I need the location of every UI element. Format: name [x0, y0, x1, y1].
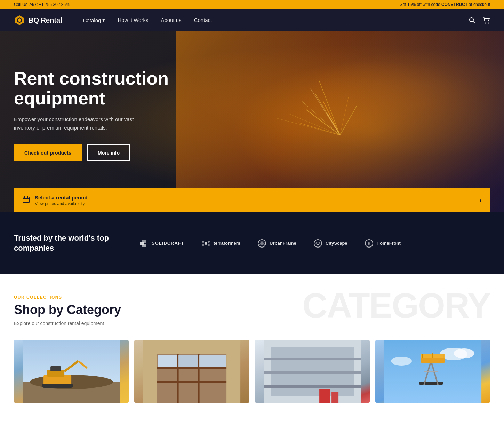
svg-rect-43 [50, 366, 61, 371]
hero-title: Rent construction equipment [14, 69, 188, 108]
nav-link-how-it-works[interactable]: How it Works [118, 17, 148, 23]
svg-line-11 [289, 114, 340, 135]
nav-icons [469, 17, 490, 24]
main-nav: BQ Rental Catalog ▾ How it Works About u… [0, 9, 504, 31]
scaffolding-image [255, 340, 370, 403]
search-icon [469, 17, 475, 24]
excavator-image [14, 340, 129, 403]
svg-rect-55 [199, 355, 226, 367]
svg-point-6 [488, 23, 489, 24]
nav-links: Catalog ▾ How it Works About us Contact [83, 17, 469, 23]
trust-section: Trusted by the world's top companies SOL… [0, 212, 504, 274]
framing-image [134, 340, 249, 403]
collections-section: OUR COLLECTIONS Shop by Category Explore… [0, 274, 504, 417]
sparks-svg [225, 68, 455, 194]
trust-logos: SOLIDCRAFT terraformers [139, 238, 401, 248]
trust-logo-cityscape: CityScape [313, 238, 347, 248]
svg-rect-60 [264, 385, 361, 388]
svg-line-12 [323, 101, 341, 135]
promo-prefix: Get 15% off with code [399, 2, 441, 7]
nav-link-catalog[interactable]: Catalog ▾ [83, 17, 105, 23]
hero-visual [176, 31, 504, 212]
category-card-framing[interactable] [134, 340, 249, 403]
collections-label: OUR COLLECTIONS [14, 295, 121, 300]
rental-bar-left: Select a rental period View prices and a… [22, 195, 88, 206]
promo-suffix: at checkout [467, 2, 490, 7]
top-bar: Call Us 24/7: +1 755 302 8549 Get 15% of… [0, 0, 504, 9]
category-card-lifts[interactable] [375, 340, 490, 403]
solidcraft-icon [139, 238, 149, 248]
svg-point-32 [260, 242, 264, 245]
trust-heading: Trusted by the world's top companies [14, 233, 111, 253]
svg-point-30 [208, 244, 210, 246]
cart-button[interactable] [482, 17, 490, 24]
svg-line-18 [340, 105, 357, 135]
svg-rect-58 [264, 358, 361, 360]
rental-bar-subtitle: View prices and availability [35, 201, 88, 206]
svg-line-16 [340, 97, 349, 135]
nav-item-catalog[interactable]: Catalog ▾ [83, 17, 105, 23]
svg-rect-71 [421, 358, 445, 363]
collections-description: Explore our construction rental equipmen… [14, 321, 121, 326]
collections-header: OUR COLLECTIONS Shop by Category Explore… [14, 295, 490, 326]
svg-rect-67 [419, 382, 443, 385]
promo-text: Get 15% off with code CONSTRUCT at check… [399, 2, 490, 7]
promo-code: CONSTRUCT [441, 2, 467, 7]
chevron-down-icon: ▾ [102, 17, 105, 23]
nav-item-contact[interactable]: Contact [194, 17, 212, 23]
svg-rect-46 [42, 384, 73, 388]
search-button[interactable] [469, 17, 475, 24]
homefront-icon: H [364, 238, 374, 248]
cart-icon [482, 17, 490, 24]
terraformers-icon [201, 238, 211, 248]
svg-point-29 [202, 244, 204, 246]
trust-logo-homefront: H HomeFront [364, 238, 401, 248]
hero-content: Rent construction equipment Empower your… [0, 41, 202, 203]
svg-rect-19 [23, 197, 29, 203]
more-info-button[interactable]: More info [87, 144, 130, 161]
category-card-scaffolding[interactable] [255, 340, 370, 403]
logo-link[interactable]: BQ Rental [14, 15, 62, 26]
svg-point-66 [391, 357, 412, 366]
collections-left: OUR COLLECTIONS Shop by Category Explore… [14, 295, 121, 326]
svg-point-28 [208, 241, 210, 243]
rental-bar-title: Select a rental period [35, 195, 88, 201]
category-grid [14, 340, 490, 403]
svg-rect-53 [158, 355, 177, 367]
nav-link-contact[interactable]: Contact [194, 17, 212, 23]
svg-text:H: H [368, 242, 370, 245]
phone-label: Call Us 24/7: +1 755 302 8549 [14, 2, 70, 7]
svg-point-65 [454, 348, 474, 358]
nav-link-about-us[interactable]: About us [161, 17, 181, 23]
svg-point-26 [205, 242, 207, 245]
collections-watermark: CATEGORY [302, 288, 490, 323]
svg-rect-61 [319, 389, 330, 403]
trust-logo-terraformers: terraformers [201, 238, 240, 248]
trust-logo-solidcraft: SOLIDCRAFT [139, 238, 184, 248]
nav-item-about-us[interactable]: About us [161, 17, 181, 23]
check-out-products-button[interactable]: Check out products [14, 144, 82, 161]
svg-rect-62 [331, 392, 338, 403]
logo-text: BQ Rental [29, 16, 62, 24]
calendar-icon [22, 196, 30, 205]
category-card-excavators[interactable] [14, 340, 129, 403]
nav-item-how-it-works[interactable]: How it Works [118, 17, 148, 23]
hero-subtitle: Empower your construction endeavors with… [14, 115, 153, 132]
cityscape-icon [313, 238, 323, 248]
trust-logo-urbanframe: UrbanFrame [257, 238, 296, 248]
rental-period-bar[interactable]: Select a rental period View prices and a… [14, 188, 490, 212]
urbanframe-icon [257, 238, 267, 248]
logo-icon [14, 15, 25, 26]
hero-buttons: Check out products More info [14, 144, 188, 161]
svg-line-4 [473, 21, 475, 23]
rental-bar-text: Select a rental period View prices and a… [35, 195, 88, 206]
collections-title: Shop by Category [14, 303, 121, 317]
lifts-image [375, 340, 490, 403]
svg-rect-54 [178, 355, 198, 367]
svg-point-27 [202, 241, 204, 243]
svg-point-5 [485, 23, 486, 24]
svg-rect-59 [264, 371, 361, 374]
svg-rect-24 [142, 240, 146, 243]
svg-rect-25 [142, 244, 146, 247]
hero-section: Rent construction equipment Empower your… [0, 31, 504, 212]
